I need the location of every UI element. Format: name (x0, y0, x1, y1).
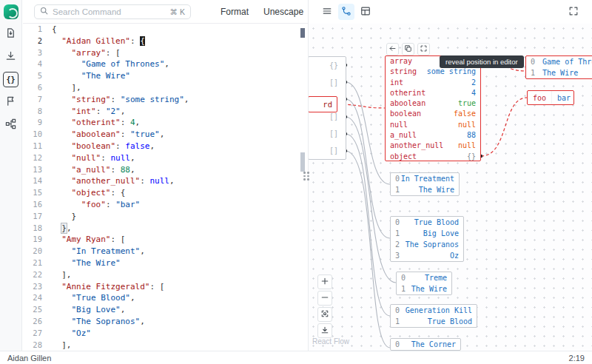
node-row: 1True Blood (391, 316, 477, 327)
search-command-box[interactable]: ⌘ K (34, 4, 191, 19)
import-file-button[interactable] (3, 26, 19, 42)
status-bar: Aidan Gillen 2:19 (0, 351, 592, 364)
file-import-icon (5, 27, 16, 41)
code-line[interactable]: 8 "int": "2", (29, 106, 308, 118)
back-arrow-icon (388, 44, 397, 55)
copy-icon (404, 44, 412, 55)
code-line[interactable]: 5 "The Wire" (29, 70, 308, 82)
editor-lines[interactable]: 1{2 "Aidan Gillen": {3 "array": [4 "Game… (23, 24, 308, 351)
array-node[interactable]: 0In Treatment1The Wire (390, 172, 460, 196)
zoom-out-button[interactable] (317, 291, 332, 306)
node-row: 1The Wire (526, 67, 592, 78)
search-input[interactable] (53, 7, 166, 16)
braces-icon: {} (6, 75, 15, 84)
code-line[interactable]: 22 ], (29, 269, 308, 281)
code-line[interactable]: 24 "True Blood", (29, 292, 308, 304)
editor-toolbar: ⌘ K Format Unescape (23, 0, 308, 24)
copy-node-button[interactable] (402, 43, 414, 55)
line-number: 27 (29, 328, 42, 340)
line-number: 3 (29, 47, 42, 59)
code-line[interactable]: 18 }, (29, 223, 308, 235)
expand-node-button[interactable] (417, 43, 430, 55)
format-button[interactable]: Format (221, 7, 249, 17)
root-strip-row: [] (309, 74, 346, 91)
edge (346, 134, 390, 316)
code-line[interactable]: 20 "In Treatment", (29, 246, 308, 257)
line-number: 11 (29, 141, 42, 152)
react-flow-attribution[interactable]: React Flow (312, 337, 349, 346)
line-number: 20 (29, 246, 42, 257)
node-row: 0The Corner (391, 339, 460, 350)
code-line[interactable]: 6 ], (29, 82, 308, 94)
code-line[interactable]: 9 "otherint": 4, (29, 117, 308, 129)
overview-ruler-bracket-mark (300, 152, 305, 172)
code-line[interactable]: 15 "object": { (29, 187, 308, 199)
array-node[interactable]: 0True Blood1Big Love2The Sopranos3Oz (390, 216, 464, 262)
array-node[interactable]: 0Treme1The Wire (396, 272, 452, 295)
line-number: 10 (29, 129, 42, 141)
json-view-toggle[interactable]: {} (3, 72, 18, 87)
code-line[interactable]: 23 "Annie Fitzgerald": [ (29, 281, 308, 293)
code-line[interactable]: 21 "The Wire" (29, 257, 308, 269)
line-number: 5 (29, 70, 42, 82)
download-image-button[interactable] (317, 323, 332, 338)
graph-controls (317, 274, 332, 338)
selected-object-node[interactable]: arraystringsome stringint2otherint4abool… (385, 55, 481, 161)
code-line[interactable]: 10 "aboolean": "true", (29, 129, 308, 141)
code-line[interactable]: 14 "another_null": null, (29, 175, 308, 187)
graph-toolbar (309, 0, 592, 24)
node-toolbar (386, 43, 430, 55)
node-row: nullnull (386, 120, 480, 130)
unescape-button[interactable]: Unescape (263, 7, 303, 17)
array-node[interactable]: 0Generation Kill1True Blood (390, 304, 477, 328)
fullscreen-button[interactable] (565, 4, 582, 20)
graph-view-icon (341, 6, 352, 18)
table-view-button[interactable] (357, 4, 374, 20)
code-line[interactable]: 2 "Aidan Gillen": { (29, 36, 308, 47)
status-cursor-position: 2:19 (569, 354, 585, 363)
array-node[interactable]: 0The Corner (390, 338, 461, 351)
root-strip-row: [] (309, 142, 346, 159)
code-line[interactable]: 11 "boolean": false, (29, 141, 308, 152)
graph-nodes-button[interactable] (3, 117, 19, 133)
code-line[interactable]: 16 "foo": "bar" (29, 199, 308, 211)
node-row: 1Big Love (391, 228, 463, 239)
report-button[interactable] (3, 94, 19, 110)
flag-icon (5, 95, 16, 109)
node-row: int2 (386, 78, 480, 88)
fit-view-icon (320, 309, 329, 320)
code-line[interactable]: 1{ (29, 24, 308, 36)
graph-view-button[interactable] (338, 4, 354, 20)
panel-drag-handle[interactable] (303, 170, 310, 182)
code-line[interactable]: 25 "Big Love", (29, 304, 308, 316)
code-line[interactable]: 12 "null": null, (29, 152, 308, 164)
code-line[interactable]: 19 "Amy Ryan": [ (29, 234, 308, 246)
code-line[interactable]: 4 "Game of Thrones", (29, 58, 308, 70)
line-number: 9 (29, 117, 42, 129)
line-number: 4 (29, 58, 42, 70)
object-child-node[interactable]: foo bar (527, 90, 574, 105)
reveal-in-editor-button[interactable] (386, 43, 399, 55)
code-line[interactable]: 17 } (29, 211, 308, 223)
download-button[interactable] (3, 49, 19, 65)
code-line[interactable]: 3 "array": [ (29, 47, 308, 59)
node-row: 1The Wire (397, 283, 451, 294)
code-line[interactable]: 13 "a_null": 88, (29, 164, 308, 176)
parent-key-node-clipped[interactable]: rd (309, 96, 337, 112)
code-line[interactable]: 27 "Oz" (29, 328, 308, 340)
hierarchy-icon (5, 118, 16, 132)
fit-view-button[interactable] (317, 307, 332, 322)
code-line[interactable]: 28 ], (29, 340, 308, 351)
zoom-in-button[interactable] (317, 274, 332, 289)
code-line[interactable]: 7 "string": "some string", (29, 94, 308, 106)
node-row: 2The Sopranos (391, 239, 463, 250)
array-node[interactable]: 0Game of Thrones1The Wire (525, 55, 592, 79)
line-number: 6 (29, 82, 42, 94)
code-line[interactable]: 26 "The Sopranos", (29, 316, 308, 328)
line-number: 13 (29, 164, 42, 176)
graph-panel[interactable]: {}[][][][][] rd reveal positio (309, 0, 592, 351)
download-icon (5, 50, 16, 64)
list-view-button[interactable] (319, 4, 335, 20)
editor-panel: ⌘ K Format Unescape 1{2 "Aidan Gillen": … (23, 0, 308, 351)
node-row: abooleantrue (386, 98, 480, 109)
